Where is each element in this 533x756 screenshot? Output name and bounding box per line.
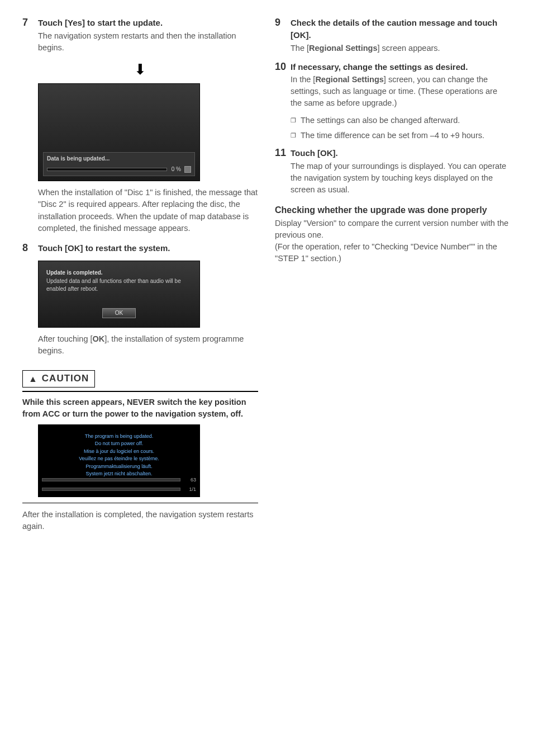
step-number: 8 xyxy=(22,242,34,256)
bullet-icon: ❐ xyxy=(291,116,301,126)
sc-line2: Do not turn power off. xyxy=(39,440,199,448)
step-number: 9 xyxy=(275,17,286,54)
progress-bar xyxy=(47,168,167,171)
checking-heading: Checking whether the upgrade was done pr… xyxy=(275,204,511,216)
caution-label: CAUTION xyxy=(42,372,89,386)
screenshot-line1: Update is completed. xyxy=(46,269,192,277)
step8-after-text: After touching [OK], the installation of… xyxy=(38,333,258,357)
step-title: Touch [Yes] to start the update. xyxy=(38,17,258,29)
step-11: 11 Touch [OK]. The map of your surroundi… xyxy=(275,147,511,196)
bullet-text: The time difference can be set from –4 t… xyxy=(301,130,484,141)
sc-line3: Mise à jour du logiciel en cours. xyxy=(39,448,199,456)
step-7: 7 Touch [Yes] to start the update. The n… xyxy=(22,17,258,54)
bullet-text: The settings can also be changed afterwa… xyxy=(301,115,460,126)
sc-line1: The program is being updated. xyxy=(39,433,199,441)
step10-bullets: ❐ The settings can also be changed after… xyxy=(291,115,511,141)
install-bar-1 xyxy=(42,478,180,481)
screenshot-status-text: Data is being updated... xyxy=(47,155,191,163)
caution-body: While this screen appears, NEVER switch … xyxy=(22,396,258,420)
sc-line4: Veuillez ne pas éteindre le système. xyxy=(39,455,199,463)
caution-label-box: ▲ CAUTION xyxy=(22,370,95,388)
update-complete-screenshot: Update is completed. Updated data and al… xyxy=(38,261,200,328)
arrow-down-icon: ⬇ xyxy=(134,61,146,78)
sc-line5: Programmaktualisierung läuft. xyxy=(39,463,199,471)
checking-body1: Display "Version" to compare the current… xyxy=(275,218,511,241)
caution-divider xyxy=(22,391,258,392)
program-update-screenshot: The program is being updated. Do not tur… xyxy=(38,424,200,497)
step-title: Touch [OK] to restart the system. xyxy=(38,242,258,254)
step-title: If necessary, change the settings as des… xyxy=(291,61,511,73)
step-body: The navigation system restarts and then … xyxy=(38,30,258,54)
step-body: The map of your surroundings is displaye… xyxy=(291,160,511,196)
step-number: 10 xyxy=(275,61,286,110)
right-column: 9 Check the details of the caution messa… xyxy=(275,17,511,539)
list-item: ❐ The time difference can be set from –4… xyxy=(291,130,511,141)
progress-icon xyxy=(184,166,191,173)
checking-body2: (For the operation, refer to "Checking "… xyxy=(275,241,511,264)
step-title: Touch [OK]. xyxy=(291,147,511,159)
ok-button[interactable]: OK xyxy=(102,308,136,318)
install-bar-2 xyxy=(42,488,180,491)
caution-icon: ▲ xyxy=(28,372,37,385)
step-8: 8 Touch [OK] to restart the system. xyxy=(22,242,258,256)
arrow-down: ⬇ xyxy=(22,59,258,81)
bullet-icon: ❐ xyxy=(291,131,301,141)
step-9: 9 Check the details of the caution messa… xyxy=(275,17,511,54)
step-number: 11 xyxy=(275,147,286,196)
caution-end-divider xyxy=(22,503,258,503)
step-title: Check the details of the caution message… xyxy=(291,17,511,41)
update-progress-screenshot: Data is being updated... 0 % xyxy=(38,83,200,181)
step-body: In the [Regional Settings] screen, you c… xyxy=(291,74,511,109)
left-column: 7 Touch [Yes] to start the update. The n… xyxy=(22,17,258,539)
step-number: 7 xyxy=(22,17,34,54)
step-10: 10 If necessary, change the settings as … xyxy=(275,61,511,110)
screenshot-line2: Updated data and all functions other tha… xyxy=(46,277,192,294)
progress-percent: 0 % xyxy=(172,166,181,174)
list-item: ❐ The settings can also be changed after… xyxy=(291,115,511,126)
step7-after-text: When the installation of "Disc 1" is fin… xyxy=(38,187,258,234)
caution-after-text: After the installation is completed, the… xyxy=(22,509,258,532)
bar-label-1: 63 xyxy=(184,476,196,484)
step-body: The [Regional Settings] screen appears. xyxy=(291,42,511,54)
bar-label-2: 1/1 xyxy=(184,486,196,493)
